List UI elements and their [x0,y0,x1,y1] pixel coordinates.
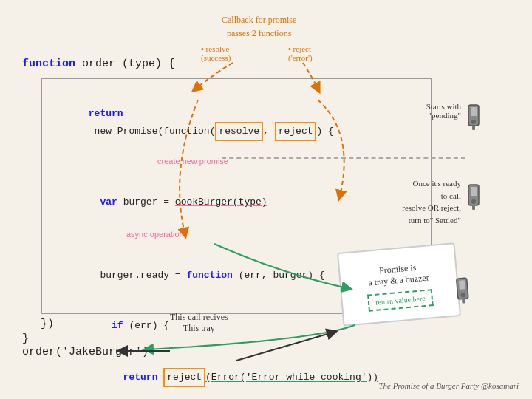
close-paren-text: ) { [316,126,333,137]
svg-rect-1 [459,280,466,290]
buzzer-bottom [466,183,482,215]
resolve-annotation: • resolve (success) [201,44,231,62]
attribution: The Promise of a Burger Party @kosamari [378,381,519,390]
cook-burger-call: cookBurger(type) [175,197,267,208]
reject-box: reject [275,122,317,141]
callback-annotation: Callback for promise passes 2 functions [222,13,296,40]
promise-tray-text: Promise is a tray & a buzzer [364,258,433,292]
burger-var: burger = [123,197,175,208]
create-promise-annotation: create new promise [157,157,228,166]
reject-annotation: • reject ('error') [288,44,313,62]
error-args: (Error('Error while cooking')) [205,372,378,383]
err-params: (err, burger) { [233,270,325,281]
svg-rect-5 [471,107,477,116]
close-promise-brace: }) [41,318,54,330]
function-keyword2: function [186,270,232,281]
svg-rect-7 [472,126,475,130]
function-keyword: function [22,58,75,70]
svg-rect-11 [472,205,475,210]
once-ready-annotation: Once it's ready to call resolve OR rejec… [402,177,461,226]
var-burger-line: var burger = cookBurger(type) [54,178,419,227]
order-call-line: order('JakeBurger') [22,346,149,358]
order-call-text: order('JakeBurger') [22,346,149,358]
return-value-label: return value here [367,289,433,312]
return-promise-line: return new Promise(function(resolve, rej… [54,89,419,157]
svg-rect-9 [471,187,477,196]
err-condition: (err) { [123,320,169,331]
this-call-annotation: This call recives This tray [170,312,228,334]
burger-ready-text: burger.ready = [89,270,187,281]
svg-rect-3 [462,299,466,303]
close-func-brace: } [22,332,29,345]
tray-card: Promise is a tray & a buzzer return valu… [337,242,461,327]
function-name: order (type) { [82,58,175,70]
new-promise-text: new Promise(function( [89,126,216,137]
var-keyword: var [89,197,123,208]
async-op-annotation: async operation [126,230,184,239]
return-keyword: return [89,108,123,119]
buzzer-top [466,103,482,135]
svg-point-6 [471,120,476,124]
if-keyword: if [89,320,123,331]
func-signature: function order (type) { [22,58,175,70]
svg-point-10 [471,200,476,204]
starts-pending-annotation: Starts with "pending" [426,102,461,120]
return-keyword2: return [89,372,163,383]
main-container: Callback for promise passes 2 functions … [0,0,532,399]
dashed-horiz-line [222,157,466,159]
comma-text: , [263,126,275,137]
resolve-box: resolve [215,122,263,141]
tray-buzzer [453,276,472,310]
return-reject-line: return reject(Error('Error while cooking… [54,352,419,399]
reject-call-box: reject [163,368,205,387]
